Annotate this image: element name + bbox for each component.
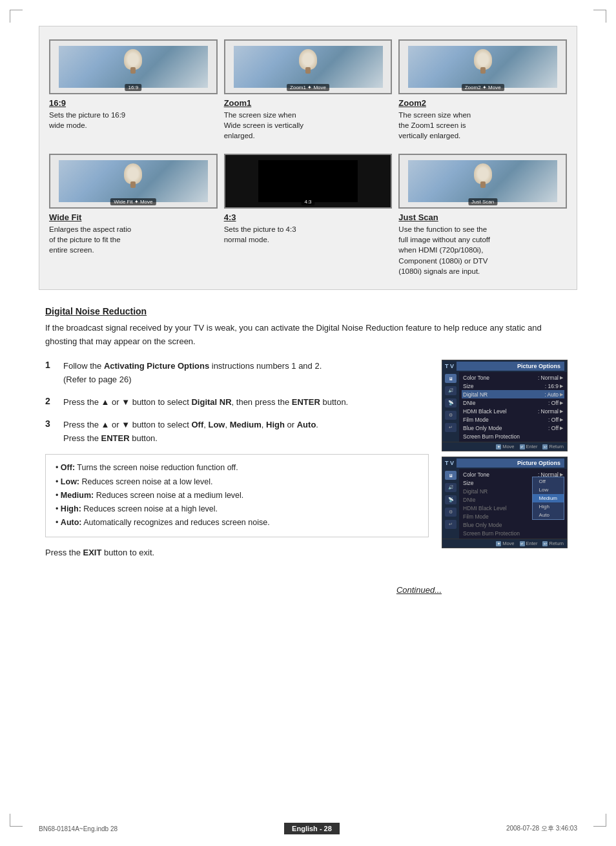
image-item-just-scan: Just Scan Just Scan Use the function to …: [398, 154, 567, 276]
sidebar2-icon-sound: 🔊: [445, 483, 457, 492]
menu1-body: 🖥 🔊 📡 ⚙ ↵: [442, 372, 567, 442]
menu1-row-dnie: DNIe: Off ▶: [462, 398, 564, 407]
sidebar-icon-setup: ⚙: [445, 411, 457, 420]
menu1-btn-enter: ↵ Enter: [520, 444, 538, 449]
footer-left: BN68-01814A~Eng.indb 28: [39, 825, 118, 832]
menu2-body: 🖥 🔊 📡 ⚙ ↵: [442, 469, 567, 539]
option-high: • High: Reduces screen noise at a high l…: [56, 502, 418, 516]
menu1-sidebar: 🖥 🔊 📡 ⚙ ↵: [442, 372, 459, 442]
tv-screen-just-scan: Just Scan: [398, 154, 567, 209]
screen-label-4-3: 4:3: [301, 198, 314, 205]
steps-left: 1 Follow the Activating Picture Options …: [45, 360, 429, 566]
sidebar-icon-input: ↵: [445, 423, 457, 432]
image-desc-wide-fit: Enlarges the aspect ratioof the picture …: [49, 224, 218, 255]
menu1-title: Picture Options: [457, 362, 564, 371]
screen-label-wide-fit: Wide Fit ✦ Move: [110, 198, 156, 205]
screen-inner-zoom2: [408, 46, 557, 88]
dropdown-item-auto: Auto: [533, 511, 564, 519]
image-row-1: 16:9 16:9 Sets the picture to 16:9wide m…: [49, 39, 567, 141]
image-title-16-9: 16:9: [49, 98, 218, 108]
continued: Continued...: [45, 585, 571, 595]
image-grid: 16:9 16:9 Sets the picture to 16:9wide m…: [39, 26, 577, 290]
screen-label-just-scan: Just Scan: [468, 198, 497, 205]
menu2-sidebar: 🖥 🔊 📡 ⚙ ↵: [442, 469, 459, 539]
sidebar2-icon-setup: ⚙: [445, 508, 457, 517]
step-2-text: Press the ▲ or ▼ button to select Digita…: [63, 396, 348, 409]
tv-screen-zoom2: Zoom2 ✦ Move: [398, 39, 567, 94]
image-item-wide-fit: Wide Fit ✦ Move Wide Fit Enlarges the as…: [49, 154, 218, 276]
menu2-btn-move: ✦ Move: [496, 541, 514, 546]
page-footer: BN68-01814A~Eng.indb 28 English - 28 200…: [0, 823, 616, 834]
option-auto: • Auto: Automatically recognizes and red…: [56, 516, 418, 530]
tv-screen-zoom1: Zoom1 ✦ Move: [224, 39, 393, 94]
tv-menu-1: T V Picture Options 🖥 🔊: [442, 360, 568, 451]
step-1-number: 1: [45, 360, 57, 370]
tv-menus: T V Picture Options 🖥 🔊: [442, 360, 571, 553]
page-container: 16:9 16:9 Sets the picture to 16:9wide m…: [0, 0, 616, 846]
image-desc-4-3: Sets the picture to 4:3normal mode.: [224, 224, 393, 245]
menu2-bottom: ✦ Move ↵ Enter ↩ Return: [442, 539, 567, 548]
image-title-just-scan: Just Scan: [398, 212, 567, 222]
screen-inner-just-scan: [408, 160, 557, 202]
sidebar2-icon-input: ↵: [445, 520, 457, 529]
balloon-zoom2: [474, 49, 492, 70]
step-3: 3 Press the ▲ or ▼ button to select Off,…: [45, 418, 429, 446]
menu2-btn-enter: ↵ Enter: [520, 541, 538, 546]
image-item-16-9: 16:9 16:9 Sets the picture to 16:9wide m…: [49, 39, 218, 141]
screen-label-zoom2: Zoom2 ✦ Move: [462, 84, 504, 91]
sidebar2-icon-channel: 📡: [445, 495, 457, 504]
footer-right: 2008-07-28 오후 3:46:03: [506, 824, 577, 833]
dropdown-item-high: High: [533, 502, 564, 511]
image-title-zoom1: Zoom1: [224, 98, 393, 108]
menu1-row-size: Size: 16:9 ▶: [462, 382, 564, 390]
step-3-text: Press the ▲ or ▼ button to select Off, L…: [63, 418, 318, 446]
step-1-text: Follow the Activating Picture Options in…: [63, 360, 322, 387]
dropdown-item-medium: Medium: [533, 494, 564, 502]
sidebar2-icon-picture: 🖥: [445, 471, 457, 480]
menu1-row-screen-burn: Screen Burn Protection: [462, 432, 564, 440]
screen-label-16-9: 16:9: [125, 84, 142, 91]
menu1-row-film-mode: Film Mode: Off ▶: [462, 415, 564, 424]
footer-center: English - 28: [284, 823, 340, 834]
option-off: • Off: Turns the screen noise reduction …: [56, 461, 418, 475]
section-title: Digital Noise Reduction: [45, 306, 571, 316]
screen-inner-zoom1: [234, 46, 383, 88]
screen-label-zoom1: Zoom1 ✦ Move: [287, 84, 329, 91]
tv-screen-16-9: 16:9: [49, 39, 218, 94]
main-content: Digital Noise Reduction If the broadcast…: [39, 306, 577, 595]
step-3-number: 3: [45, 418, 57, 429]
menu1-row-hdmi-black: HDMI Black Level: Normal ▶: [462, 407, 564, 415]
dropdown-item-off: Off: [533, 477, 564, 486]
menu1-row-colortone: Color Tone: Normal ▶: [462, 373, 564, 382]
image-item-zoom1: Zoom1 ✦ Move Zoom1 The screen size whenW…: [224, 39, 393, 141]
corner-tl: [10, 10, 23, 23]
options-box: • Off: Turns the screen noise reduction …: [45, 454, 429, 537]
menu1-btn-move: ✦ Move: [496, 444, 514, 449]
step-2-number: 2: [45, 396, 57, 406]
image-item-4-3: 4:3 4:3 Sets the picture to 4:3normal mo…: [224, 154, 393, 276]
dropdown-overlay: Off Low Medium High Auto: [532, 477, 564, 520]
menu1-row-blue-only: Blue Only Mode: Off ▶: [462, 424, 564, 432]
sidebar-icon-picture: 🖥: [445, 374, 457, 383]
step-1: 1 Follow the Activating Picture Options …: [45, 360, 429, 387]
image-title-4-3: 4:3: [224, 212, 393, 222]
sidebar-icon-sound: 🔊: [445, 386, 457, 395]
menu1-row-digitalnr: Digital NR: Auto ▶: [462, 390, 564, 398]
section-intro: If the broadcast signal received by your…: [45, 322, 571, 349]
menu2-row-screen-burn: Screen Burn Protection: [462, 529, 564, 537]
menu1-rows: Color Tone: Normal ▶ Size: 16:9 ▶ Digita…: [459, 372, 567, 442]
image-title-wide-fit: Wide Fit: [49, 212, 218, 222]
screen-inner-4-3: [258, 160, 358, 202]
option-medium: • Medium: Reduces screen noise at a medi…: [56, 489, 418, 502]
menu2-title: Picture Options: [457, 459, 564, 468]
step-2: 2 Press the ▲ or ▼ button to select Digi…: [45, 396, 429, 409]
image-item-zoom2: Zoom2 ✦ Move Zoom2 The screen size whent…: [398, 39, 567, 141]
balloon-just-scan: [474, 163, 492, 184]
dropdown-item-low: Low: [533, 486, 564, 494]
sidebar-icon-channel: 📡: [445, 398, 457, 408]
image-desc-zoom1: The screen size whenWide screen is verti…: [224, 110, 393, 141]
image-desc-zoom2: The screen size whenthe Zoom1 screen isv…: [398, 110, 567, 141]
balloon-wide-fit: [124, 163, 142, 184]
tv-screen-wide-fit: Wide Fit ✦ Move: [49, 154, 218, 209]
screen-inner-16-9: [59, 46, 208, 88]
